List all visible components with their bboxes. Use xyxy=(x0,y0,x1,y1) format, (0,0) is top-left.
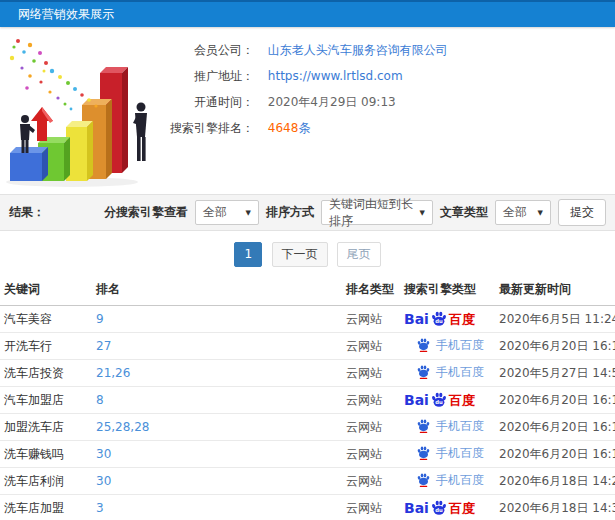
column-header-0: 关键词 xyxy=(0,276,92,306)
mobile-baidu-label: 手机百度 xyxy=(436,366,484,378)
keyword-ranking-table: 关键词排名排名类型搜索引擎类型最新更新时间 汽车美容9云网站 Bai du 百度… xyxy=(0,276,615,520)
engine-rank-row: 搜索引擎排名： 4648条 xyxy=(158,115,448,141)
baidu-chinese-text: 百度 xyxy=(449,394,475,407)
rank-type-cell: 云网站 xyxy=(342,414,400,441)
rank-type-cell: 云网站 xyxy=(342,468,400,495)
page-button-1[interactable]: 1 xyxy=(234,242,262,267)
article-type-value: 全部 xyxy=(503,204,527,221)
keyword-cell: 加盟洗车店 xyxy=(0,414,92,441)
promo-url-label: 推广地址： xyxy=(158,63,254,89)
updated-time-cell: 2020年6月5日 11:24 xyxy=(495,306,615,333)
updated-time-cell: 2020年6月20日 16:12 xyxy=(495,387,615,414)
table-row: 开洗车行27云网站 手机百度2020年6月20日 16:16 xyxy=(0,333,615,360)
mobile-baidu-label: 手机百度 xyxy=(436,447,484,459)
next-page-button[interactable]: 下一页 xyxy=(272,242,328,267)
updated-time-cell: 2020年6月20日 16:16 xyxy=(495,333,615,360)
mobile-baidu-logo: 手机百度 xyxy=(416,472,484,487)
rank-type-cell: 云网站 xyxy=(342,495,400,520)
rank-link[interactable]: 25,28,28 xyxy=(96,420,149,434)
rank-link[interactable]: 3 xyxy=(96,501,104,515)
table-row: 加盟洗车店25,28,28云网站 手机百度2020年6月20日 16:11 xyxy=(0,414,615,441)
column-header-3: 搜索引擎类型 xyxy=(400,276,495,306)
chevron-down-icon: ▼ xyxy=(246,209,251,217)
keyword-cell: 洗车赚钱吗 xyxy=(0,441,92,468)
keyword-cell: 洗车店加盟 xyxy=(0,495,92,520)
pagination: 1 下一页 尾页 xyxy=(0,231,615,276)
member-company-link[interactable]: 山东老人头汽车服务咨询有限公司 xyxy=(268,43,448,57)
sort-filter-label: 排序方式 xyxy=(266,204,314,221)
rank-cell: 8 xyxy=(92,387,342,414)
table-row: 洗车店投资21,26云网站 手机百度2020年5月27日 14:58 xyxy=(0,360,615,387)
keyword-cell: 汽车美容 xyxy=(0,306,92,333)
sort-filter-select[interactable]: 关键词由短到长排序 ▼ xyxy=(321,200,433,225)
rank-link[interactable]: 30 xyxy=(96,447,111,461)
confetti-dots xyxy=(10,39,98,110)
rank-cell: 30 xyxy=(92,441,342,468)
updated-time-cell: 2020年6月20日 16:12 xyxy=(495,441,615,468)
updated-time-cell: 2020年6月18日 14:30 xyxy=(495,495,615,520)
keyword-cell: 洗车店利润 xyxy=(0,468,92,495)
mobile-baidu-logo: 手机百度 xyxy=(416,364,484,379)
mobile-baidu-logo: 手机百度 xyxy=(416,337,484,352)
engine-filter-select[interactable]: 全部 ▼ xyxy=(195,200,259,225)
keyword-cell: 汽车加盟店 xyxy=(0,387,92,414)
baidu-paw-icon xyxy=(416,337,431,352)
updated-time-cell: 2020年5月27日 14:58 xyxy=(495,360,615,387)
baidu-paw-icon: du xyxy=(430,499,448,517)
column-header-4: 最新更新时间 xyxy=(495,276,615,306)
column-header-1: 排名 xyxy=(92,276,342,306)
keyword-cell: 洗车店投资 xyxy=(0,360,92,387)
baidu-latin-text: Bai xyxy=(404,312,429,326)
rank-type-cell: 云网站 xyxy=(342,333,400,360)
article-type-select[interactable]: 全部 ▼ xyxy=(495,200,551,225)
engine-type-cell: 手机百度 xyxy=(400,468,495,495)
svg-text:du: du xyxy=(435,507,443,513)
baidu-paw-icon: du xyxy=(430,391,448,409)
baidu-chinese-text: 百度 xyxy=(449,502,475,515)
rank-cell: 27 xyxy=(92,333,342,360)
updated-time-cell: 2020年6月18日 14:27 xyxy=(495,468,615,495)
table-row: 汽车加盟店8云网站 Bai du 百度2020年6月20日 16:12 xyxy=(0,387,615,414)
baidu-logo: Bai du 百度 xyxy=(404,310,475,328)
baidu-paw-icon: du xyxy=(430,310,448,328)
updated-time-cell: 2020年6月20日 16:11 xyxy=(495,414,615,441)
account-info-section: 会员公司： 山东老人头汽车服务咨询有限公司 推广地址： https://www.… xyxy=(0,27,615,194)
submit-button[interactable]: 提交 xyxy=(558,199,606,226)
rank-link[interactable]: 27 xyxy=(96,339,111,353)
engine-rank-label: 搜索引擎排名： xyxy=(158,115,254,141)
rank-cell: 25,28,28 xyxy=(92,414,342,441)
engine-type-cell: 手机百度 xyxy=(400,333,495,360)
table-row: 洗车赚钱吗30云网站 手机百度2020年6月20日 16:12 xyxy=(0,441,615,468)
svg-text:du: du xyxy=(435,399,443,405)
sort-filter-value: 关键词由短到长排序 xyxy=(329,196,414,230)
engine-type-cell: 手机百度 xyxy=(400,360,495,387)
rank-cell: 9 xyxy=(92,306,342,333)
rank-link[interactable]: 8 xyxy=(96,393,104,407)
keyword-cell: 开洗车行 xyxy=(0,333,92,360)
baidu-paw-icon xyxy=(416,445,431,460)
rank-link[interactable]: 30 xyxy=(96,474,111,488)
rank-link[interactable]: 21,26 xyxy=(96,366,130,380)
promo-url-link[interactable]: https://www.lrtlsd.com xyxy=(268,69,403,83)
baidu-chinese-text: 百度 xyxy=(449,313,475,326)
promo-url-row: 推广地址： https://www.lrtlsd.com xyxy=(158,63,448,89)
rank-type-cell: 云网站 xyxy=(342,441,400,468)
engine-type-cell: Bai du 百度 xyxy=(400,495,495,520)
engine-filter-label: 分搜索引擎查看 xyxy=(104,204,188,221)
engine-type-cell: Bai du 百度 xyxy=(400,387,495,414)
rank-cell: 3 xyxy=(92,495,342,520)
baidu-logo: Bai du 百度 xyxy=(404,499,475,517)
table-row: 汽车美容9云网站 Bai du 百度2020年6月5日 11:24 xyxy=(0,306,615,333)
table-row: 洗车店利润30云网站 手机百度2020年6月18日 14:27 xyxy=(0,468,615,495)
mobile-baidu-label: 手机百度 xyxy=(436,339,484,351)
bar-chart-clipart xyxy=(0,31,165,189)
mobile-baidu-logo: 手机百度 xyxy=(416,418,484,433)
baidu-paw-icon xyxy=(416,418,431,433)
engine-rank-unit: 条 xyxy=(298,121,310,135)
last-page-button[interactable]: 尾页 xyxy=(337,242,381,267)
baidu-paw-icon xyxy=(416,364,431,379)
engine-rank-count: 4648 xyxy=(268,121,299,135)
svg-text:du: du xyxy=(435,318,443,324)
mobile-baidu-label: 手机百度 xyxy=(436,474,484,486)
rank-link[interactable]: 9 xyxy=(96,312,104,326)
